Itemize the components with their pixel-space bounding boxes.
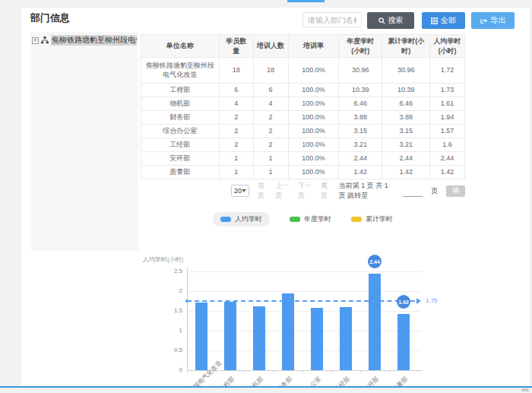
- search-button[interactable]: 搜索: [367, 12, 414, 29]
- top-loading-bar: [287, 0, 325, 2]
- table-cell: 3.21: [382, 138, 430, 152]
- bar: [282, 293, 294, 370]
- bar: [224, 302, 236, 370]
- table-cell: 10.39: [339, 84, 382, 97]
- page-jump-input[interactable]: [403, 185, 423, 197]
- table-header-cell: 培训率: [289, 35, 340, 58]
- chevron-down-icon: [242, 189, 246, 192]
- department-table: 单位名称学员数量培训人数培训率年度学时(小时)累计学时(小时)人均学时(小时)焦…: [141, 34, 465, 179]
- legend-swatch: [290, 217, 300, 222]
- x-axis-label: 质量部: [355, 375, 409, 386]
- scrollbar-thumb[interactable]: [521, 388, 529, 391]
- export-icon: [480, 17, 488, 24]
- y-axis-label: 人均学时(小时): [143, 255, 183, 264]
- table-cell: 3.15: [339, 125, 382, 138]
- table-cell: 2.44: [382, 152, 430, 166]
- table-row: 工程部66100.0%10.3910.391.73: [141, 84, 465, 97]
- y-tick-label: 2: [160, 287, 182, 294]
- table-cell: 10.39: [382, 84, 430, 97]
- table-cell: 6.46: [382, 97, 430, 111]
- table-header-cell: 学员数量: [220, 35, 254, 58]
- tree-expand-icon[interactable]: +: [32, 37, 39, 44]
- table-header-cell: 年度学时(小时): [339, 35, 382, 58]
- legend-swatch: [351, 217, 362, 222]
- chart-legend: 人均学时年度学时累计学时: [141, 212, 465, 227]
- x-axis-label: 物机部: [211, 375, 264, 386]
- x-axis-label: 安环部: [326, 375, 380, 386]
- gridline: [187, 350, 421, 351]
- y-tick-label: 0: [160, 366, 182, 373]
- table-cell: 综合办公室: [141, 125, 220, 138]
- table-cell: 18: [254, 58, 289, 84]
- table-row: 安环部11100.0%2.442.442.44: [141, 152, 465, 166]
- table-row: 物机部44100.0%6.466.461.61: [141, 97, 465, 111]
- table-cell: 2.44: [339, 152, 382, 166]
- table-cell: 2: [220, 111, 254, 125]
- pagination-info: 当前第 1 页 共 1 页 跳转至: [339, 181, 395, 201]
- x-axis-tick: [302, 370, 303, 372]
- x-axis-label: 综合办公室: [268, 375, 322, 386]
- x-axis-tick: [360, 370, 361, 372]
- table-cell: 6: [254, 84, 289, 97]
- chart: 人均学时(小时)00.511.522.5焦柳铁路塘豹至柳州段电气化改造工程部物机…: [21, 251, 530, 386]
- table-cell: 6: [220, 84, 254, 97]
- legend-label: 累计学时: [366, 214, 393, 224]
- x-axis-tick: [274, 370, 274, 372]
- table-header-cell: 培训人数: [254, 35, 289, 58]
- tree-node[interactable]: + 焦柳铁路塘豹至柳州段电气化改造: [30, 32, 138, 49]
- search-icon: [378, 17, 385, 24]
- table-header-cell: 单位名称: [141, 35, 220, 58]
- average-line: [187, 300, 415, 302]
- page: 部门信息 搜索 全部 导出 + 焦柳铁路塘豹至柳州段电气化改造 单位名称学员数量…: [0, 0, 532, 393]
- page-unit-label: 页: [431, 186, 438, 196]
- page-title: 部门信息: [30, 11, 70, 25]
- table-cell: 100.0%: [289, 125, 340, 138]
- pagination-prev[interactable]: 上一页: [276, 181, 290, 201]
- pagination-next[interactable]: 下一页: [298, 181, 312, 201]
- pagination: 20 首页 上一页 下一页 尾页 当前第 1 页 共 1 页 跳转至 页 确定: [141, 183, 465, 198]
- gridline: [187, 311, 421, 312]
- y-axis-line: [187, 268, 188, 370]
- legend-item[interactable]: 人均学时: [213, 212, 270, 227]
- search-button-label: 搜索: [388, 15, 404, 26]
- table-cell: 2: [254, 138, 289, 152]
- table-header-cell: 累计学时(小时): [382, 35, 430, 58]
- bar: [397, 314, 410, 370]
- pagination-first[interactable]: 首页: [258, 181, 268, 201]
- x-axis-tick: [331, 370, 332, 372]
- table-cell: 焦柳铁路塘豹至柳州段电气化改造: [141, 58, 220, 84]
- table-cell: 1.42: [430, 166, 465, 179]
- pagination-last[interactable]: 尾页: [321, 181, 331, 201]
- bottom-divider: [0, 386, 532, 388]
- gridline: [187, 291, 421, 292]
- table-cell: 1.6: [430, 138, 465, 152]
- table-cell: 3.21: [339, 138, 382, 152]
- table-cell: 30.96: [382, 58, 430, 84]
- legend-swatch: [220, 217, 231, 222]
- table-cell: 1.72: [430, 58, 465, 84]
- table-cell: 100.0%: [289, 97, 340, 111]
- table-cell: 财务部: [141, 111, 220, 125]
- search-input[interactable]: [302, 12, 362, 27]
- legend-item[interactable]: 累计学时: [351, 212, 393, 227]
- table-cell: 3.88: [339, 111, 382, 125]
- marker-balloon: 1.42: [397, 295, 410, 309]
- table-row: 综合办公室22100.0%3.153.151.57: [141, 125, 465, 138]
- average-line-arrow-icon: [416, 298, 421, 304]
- table-cell: 100.0%: [289, 111, 340, 125]
- legend-label: 年度学时: [304, 214, 331, 224]
- table-cell: 6.46: [339, 97, 382, 111]
- x-axis-tick: [245, 370, 245, 372]
- table-row: 财务部22100.0%3.883.881.94: [141, 111, 465, 125]
- export-button[interactable]: 导出: [471, 12, 515, 29]
- all-button[interactable]: 全部: [422, 12, 465, 29]
- all-button-label: 全部: [441, 15, 456, 26]
- table-cell: 1: [254, 152, 289, 166]
- table-cell: 工经部: [141, 138, 220, 152]
- confirm-button[interactable]: 确定: [446, 185, 465, 197]
- table-cell: 2: [220, 125, 254, 138]
- tree-node-label[interactable]: 焦柳铁路塘豹至柳州段电气化改造: [51, 35, 137, 46]
- legend-item[interactable]: 年度学时: [290, 212, 331, 227]
- table-cell: 100.0%: [289, 58, 340, 84]
- page-size-select[interactable]: 20: [231, 185, 249, 197]
